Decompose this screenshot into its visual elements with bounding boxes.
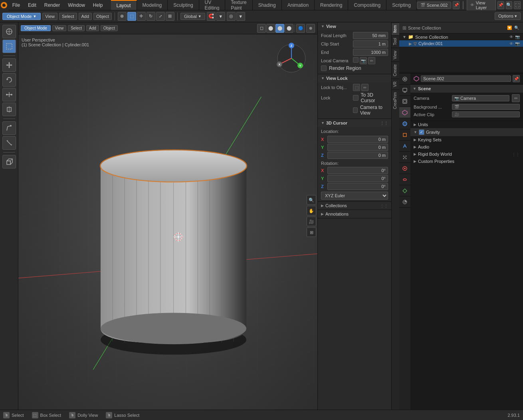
select-tool-lt[interactable] <box>2 40 16 53</box>
options-btn[interactable]: Options ▾ <box>495 12 521 20</box>
n-tab-view[interactable]: View <box>392 48 399 62</box>
scene-selector[interactable]: 🎬 Scene.002 <box>417 2 452 9</box>
active-clip-selector[interactable]: 🎥 <box>452 111 520 117</box>
xyz-euler-select[interactable]: XYZ Euler <box>321 192 388 200</box>
viewport-3d[interactable]: Object Mode View Select Add Object ◻ ⬤ ⬤… <box>18 22 317 410</box>
snap-options-btn[interactable]: ▼ <box>216 12 225 21</box>
scale-tool-lt[interactable] <box>2 88 16 101</box>
measure-tool-lt[interactable] <box>2 136 16 150</box>
transform-pivot-btn[interactable]: Global ▼ <box>180 13 205 20</box>
rotate-tool-lt[interactable] <box>2 73 16 87</box>
props-tab-constraints[interactable] <box>399 174 410 185</box>
collection-eye-icon[interactable]: 👁 <box>509 35 513 39</box>
cursor-tool-lt[interactable] <box>2 25 16 38</box>
vp-zoom-btn[interactable]: 🔍 <box>307 195 316 205</box>
nav-gizmo[interactable]: Z Y X <box>275 42 307 74</box>
scene-pin-btn[interactable]: 📌 <box>453 1 460 9</box>
menu-render[interactable]: Render <box>40 0 64 10</box>
n-tab-tool[interactable]: Tool <box>392 35 399 48</box>
move-tool-lt[interactable] <box>2 58 16 72</box>
gizmo-btn[interactable]: ⊕ <box>306 24 315 33</box>
tab-uv-editing[interactable]: UV Editing <box>199 0 226 10</box>
lookdev-btn[interactable]: ⬤ <box>275 24 284 33</box>
collections-row[interactable]: ▶ Collections ⋮⋮ <box>318 202 391 210</box>
tab-animation[interactable]: Animation <box>282 0 315 10</box>
clip-end-value[interactable]: 1000 m <box>353 49 388 56</box>
add-menu-btn[interactable]: Add <box>79 13 92 20</box>
menu-file[interactable]: File <box>8 0 24 10</box>
vp-mode-btn[interactable]: Object Mode <box>21 25 51 31</box>
expand-btn[interactable]: ⛶ <box>514 1 521 9</box>
annotations-row[interactable]: ▶ Annotations <box>318 210 391 218</box>
view-layer-selector[interactable]: 👁 View Layer <box>467 0 496 11</box>
camera-to-view-checkbox[interactable] <box>353 107 358 113</box>
cursor-ry-val[interactable]: 0° <box>327 175 388 182</box>
local-camera-checkbox[interactable] <box>353 57 359 63</box>
vp-object-btn[interactable]: Object <box>101 25 118 31</box>
cylinder-eye-icon[interactable]: 👁 <box>509 42 513 46</box>
cursor-tool-btn[interactable]: ⊕ <box>118 12 127 21</box>
snap-magnet-btn[interactable]: 🧲 <box>207 12 216 21</box>
cursor-z-val[interactable]: 0 m <box>327 152 388 159</box>
units-expand-row[interactable]: ▶ Units <box>410 121 523 128</box>
cylinder-camera-icon[interactable]: 📷 <box>515 42 520 46</box>
local-camera-icon-btn[interactable]: 📷 <box>360 57 367 64</box>
scene-collapse-header[interactable]: ▼ Scene <box>410 84 523 93</box>
tab-compositing[interactable]: Compositing <box>348 0 386 10</box>
move-btn[interactable]: ✛ <box>137 12 146 21</box>
background-selector[interactable]: 🎬 <box>452 104 520 110</box>
outliner-cylinder[interactable]: ▶ ▽ Cylinder.001 👁 📷 <box>399 40 523 47</box>
props-tab-data[interactable] <box>399 185 410 196</box>
vp-grid-btn[interactable]: ⊞ <box>307 228 316 237</box>
rotate-btn[interactable]: ↻ <box>147 12 155 21</box>
lock-obj-icon[interactable]: ⬚ <box>353 84 360 91</box>
tab-layout[interactable]: Layout <box>111 0 137 10</box>
props-tab-physics[interactable] <box>399 163 410 174</box>
n-tab-vr[interactable]: VR <box>392 79 399 89</box>
outliner-search-btn[interactable]: 🔍 <box>513 25 520 31</box>
vp-hand-btn[interactable]: ✋ <box>307 206 316 216</box>
n-tab-create[interactable]: Create <box>392 61 399 79</box>
vp-add-btn[interactable]: Add <box>86 25 99 31</box>
menu-window[interactable]: Window <box>64 0 89 10</box>
custom-props-row[interactable]: ▶ Custom Properties <box>410 158 523 165</box>
tab-scripting[interactable]: Scripting <box>386 0 417 10</box>
transform-btn[interactable]: ⊞ <box>166 12 174 21</box>
object-menu-btn[interactable]: Object <box>93 13 112 20</box>
tab-sculpting[interactable]: Sculpting <box>168 0 199 10</box>
rendered-btn[interactable]: ⬤ <box>285 24 293 33</box>
cursor-section-header[interactable]: ▼ 3D Cursor ⋮⋮ <box>318 119 391 127</box>
overlay-btn[interactable]: 🔵 <box>296 24 305 33</box>
annotate-tool-lt[interactable] <box>2 121 16 135</box>
props-tab-world[interactable] <box>399 118 410 129</box>
view-section-header[interactable]: ▼ View <box>318 22 391 30</box>
props-tab-scene[interactable] <box>399 107 410 118</box>
proportional-options-btn[interactable]: ▼ <box>236 12 245 21</box>
props-tab-particles[interactable] <box>399 152 410 163</box>
audio-row[interactable]: ▶ Audio <box>410 143 523 151</box>
cursor-rz-val[interactable]: 0° <box>327 183 388 190</box>
cursor-y-val[interactable]: 0 m <box>327 144 388 151</box>
props-tab-material[interactable] <box>399 196 410 208</box>
solid-btn[interactable]: ⬤ <box>266 24 275 33</box>
keying-sets-row[interactable]: ▶ Keying Sets <box>410 136 523 143</box>
menu-help[interactable]: Help <box>89 0 107 10</box>
view-lock-header[interactable]: ▼ View Lock <box>318 74 391 82</box>
rigid-body-row[interactable]: ▶ Rigid Body World ⋮⋮ <box>410 151 523 158</box>
proportional-btn[interactable]: ◎ <box>227 12 236 21</box>
scene-pin-icon-btn[interactable]: 📌 <box>513 75 520 82</box>
props-tab-render[interactable] <box>399 73 410 85</box>
camera-edit-btn[interactable]: ✏ <box>512 94 520 102</box>
vp-select-btn[interactable]: Select <box>68 25 85 31</box>
collection-camera-icon[interactable]: 📷 <box>515 35 520 39</box>
n-tab-creaprim[interactable]: CreaPrim <box>392 89 399 111</box>
scene-name-field[interactable]: Scene.002 <box>421 75 511 82</box>
props-tab-modifier[interactable] <box>399 141 410 152</box>
clip-start-value[interactable]: 1 m <box>353 40 388 48</box>
menu-edit[interactable]: Edit <box>24 0 40 10</box>
props-tab-viewlayer[interactable] <box>399 96 410 107</box>
mode-selector[interactable]: Object Mode ▼ <box>2 13 41 20</box>
scale-btn[interactable]: ⤢ <box>156 12 165 21</box>
camera-selector[interactable]: 📷 Camera <box>452 95 509 101</box>
lock-obj-edit[interactable]: ✏ <box>361 84 368 91</box>
